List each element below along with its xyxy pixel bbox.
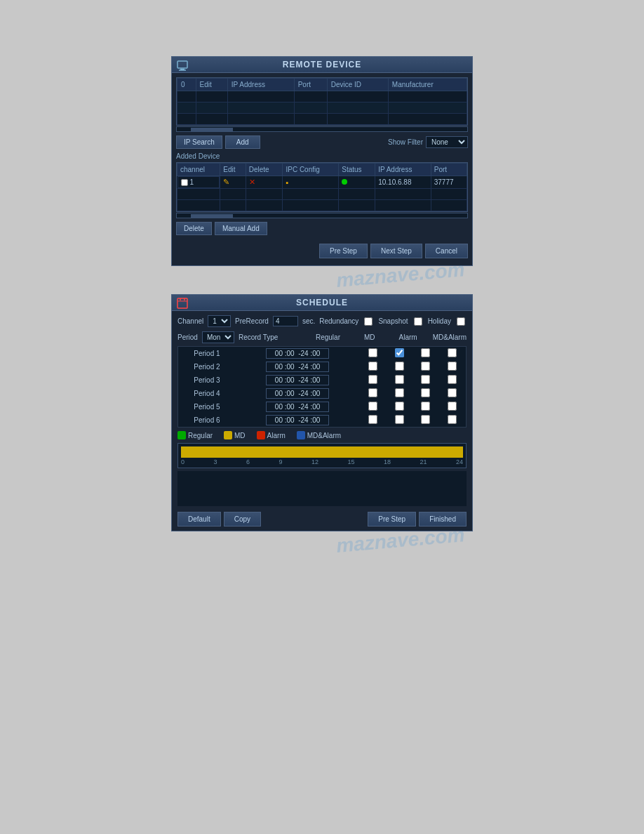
period-time-input-2[interactable] [266, 362, 329, 372]
svg-rect-3 [177, 298, 187, 308]
period-time-input-6[interactable] [266, 415, 329, 425]
row-edit-icon[interactable]: ✎ [223, 178, 229, 186]
next-step-button[interactable]: Next Step [370, 244, 422, 258]
add-device-button[interactable]: Add [225, 135, 260, 149]
schedule-header: Channel 1 PreRecord sec. Redundancy Snap… [177, 315, 467, 327]
alarm-cb-input-6[interactable] [421, 415, 430, 424]
prerecord-input[interactable] [273, 316, 298, 326]
regular-cb-input-6[interactable] [368, 415, 377, 424]
table-row-empty-1 [177, 91, 467, 102]
regular-cb-input-4[interactable] [368, 388, 377, 397]
period-name-3: Period 3 [178, 373, 236, 387]
mdalarm-cb-input-6[interactable] [448, 415, 457, 424]
schedule-body: Channel 1 PreRecord sec. Redundancy Snap… [172, 311, 472, 531]
mdalarm-cb-input-5[interactable] [448, 402, 457, 411]
day-select[interactable]: Mon [202, 331, 234, 343]
legend-alarm-dot [257, 431, 265, 439]
period-md-cb-5 [386, 400, 412, 413]
md-cb-input-5[interactable] [395, 402, 404, 411]
mdalarm-cb-input-1[interactable] [448, 348, 457, 357]
bottom-left-buttons: Default Copy [177, 512, 261, 527]
period-alarm-cb-6 [412, 413, 439, 428]
mdalarm-cb-input-3[interactable] [448, 375, 457, 384]
snapshot-label: Snapshot [378, 317, 408, 325]
col-manufacturer: Manufacturer [388, 79, 467, 91]
md-cb-input-6[interactable] [395, 415, 404, 424]
pre-step-button[interactable]: Pre Step [319, 244, 368, 258]
period-alarm-cb-1 [412, 347, 439, 361]
regular-cb-input-1[interactable] [368, 348, 377, 357]
period-regular-cb-4 [359, 387, 386, 400]
filter-select[interactable]: None [426, 136, 468, 148]
period-time-1 [236, 347, 359, 361]
alarm-cb-input-5[interactable] [421, 402, 430, 411]
prerecord-label: PreRecord [235, 317, 269, 325]
tl-6: 6 [246, 458, 250, 465]
alarm-cb-input-2[interactable] [421, 362, 430, 371]
bottom-right-buttons: Pre Step Finished [368, 512, 467, 527]
row-checkbox[interactable] [181, 179, 188, 186]
row-ip: 10.10.6.88 [375, 176, 431, 189]
finished-button[interactable]: Finished [419, 512, 467, 527]
period-time-input-1[interactable] [266, 348, 329, 359]
legend-md-dot [224, 431, 232, 439]
schedule-pre-step-button[interactable]: Pre Step [368, 512, 416, 527]
cancel-button[interactable]: Cancel [425, 244, 468, 258]
alarm-cb-input-3[interactable] [421, 375, 430, 384]
schedule-bottom-row: Default Copy Pre Step Finished [177, 512, 467, 527]
md-cb-input-2[interactable] [395, 362, 404, 371]
tl-15: 15 [347, 458, 354, 465]
col-mdalarm-label: MD&Alarm [433, 333, 467, 341]
default-button[interactable]: Default [177, 512, 221, 527]
period-mdalarm-cb-6 [439, 413, 467, 428]
md-cb-input-3[interactable] [395, 375, 404, 384]
remote-device-titlebar: REMOTE DEVICE [172, 57, 472, 73]
row-port: 37777 [431, 176, 467, 189]
row-status-dot [342, 179, 347, 185]
period-row-4: Period 4 [178, 387, 467, 400]
col-regular-label: Regular [316, 333, 340, 341]
md-cb-input-1[interactable] [395, 348, 404, 357]
holiday-checkbox[interactable] [457, 317, 465, 326]
col-0: 0 [177, 79, 196, 91]
period-regular-cb-2 [359, 360, 386, 373]
regular-cb-input-3[interactable] [368, 375, 377, 384]
channel-label: Channel [177, 317, 203, 325]
timeline-wrapper: 0 3 6 9 12 15 18 21 24 [177, 443, 467, 468]
device-action-row: Delete Manual Add [176, 222, 468, 235]
redundancy-label: Redundancy [319, 317, 358, 325]
mdalarm-cb-input-2[interactable] [448, 362, 457, 371]
manual-add-button[interactable]: Manual Add [215, 222, 267, 235]
legend-mdalarm-label: MD&Alarm [307, 432, 341, 439]
period-time-input-5[interactable] [266, 402, 329, 412]
period-time-input-4[interactable] [266, 388, 329, 399]
regular-cb-input-2[interactable] [368, 362, 377, 371]
snapshot-checkbox[interactable] [414, 317, 422, 326]
period-name-4: Period 4 [178, 387, 236, 400]
ip-search-button[interactable]: IP Search [176, 135, 222, 149]
period-time-4 [236, 387, 359, 400]
md-cb-input-4[interactable] [395, 388, 404, 397]
alarm-cb-input-1[interactable] [421, 348, 430, 357]
row-delete-icon[interactable]: ✕ [249, 178, 255, 186]
device-list-table: 0 Edit IP Address Port Device ID Manufac… [177, 78, 467, 125]
period-time-input-3[interactable] [266, 375, 329, 385]
nav-btn-row: Pre Step Next Step Cancel [176, 241, 468, 261]
schedule-panel: SCHEDULE Channel 1 PreRecord sec. Redund… [171, 294, 473, 531]
copy-button[interactable]: Copy [224, 512, 261, 527]
period-alarm-cb-3 [412, 373, 439, 387]
channel-select[interactable]: 1 [208, 315, 231, 327]
added-table-scrollbar[interactable] [176, 213, 468, 218]
tl-18: 18 [384, 458, 391, 465]
redundancy-checkbox[interactable] [364, 317, 373, 326]
legend-regular: Regular [177, 431, 213, 439]
regular-cb-input-5[interactable] [368, 402, 377, 411]
alarm-cb-input-4[interactable] [421, 388, 430, 397]
period-time-6 [236, 413, 359, 428]
delete-button[interactable]: Delete [176, 222, 212, 235]
mdalarm-cb-input-4[interactable] [448, 388, 457, 397]
row-ipc-icon[interactable]: ▪ [286, 178, 288, 187]
col-alarm-label: Alarm [399, 333, 417, 341]
tl-24: 24 [456, 458, 463, 465]
top-table-scrollbar[interactable] [176, 126, 468, 132]
